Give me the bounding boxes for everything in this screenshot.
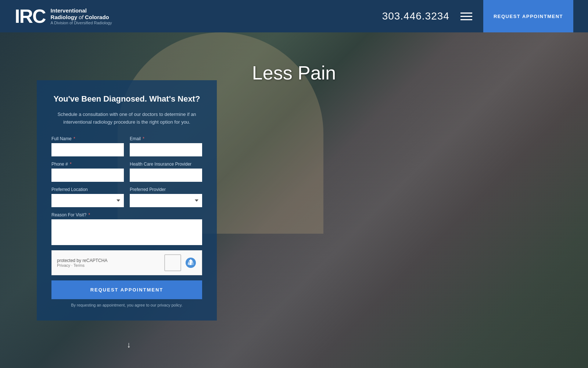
form-subheading: Schedule a consultation with one of our … [51, 111, 202, 126]
form-group-phone: Phone # * [51, 162, 124, 182]
hero-title: Less Pain [252, 62, 336, 84]
header: IRC Interventional Radiology of Colorado… [0, 0, 588, 32]
form-row-phone-insurance: Phone # * Health Care Insurance Provider [51, 162, 202, 182]
provider-select[interactable] [130, 194, 202, 207]
phone-label: Phone # * [51, 162, 124, 167]
reason-label: Reason For Visit? * [51, 212, 202, 217]
reason-textarea[interactable] [51, 219, 202, 245]
recaptcha-logo-icon [185, 257, 197, 269]
logo-text: Interventional Radiology of Colorado A D… [51, 7, 112, 25]
location-select[interactable] [51, 194, 124, 207]
insurance-label: Health Care Insurance Provider [130, 162, 202, 167]
hamburger-icon[interactable] [460, 13, 472, 20]
form-heading: You've Been Diagnosed. What's Next? [51, 93, 202, 105]
logo-company-name: Interventional Radiology of Colorado [51, 7, 112, 21]
form-group-insurance: Health Care Insurance Provider [130, 162, 202, 182]
header-right: 303.446.3234 REQUEST APPOINTMENT [382, 0, 573, 32]
request-appointment-header-button[interactable]: REQUEST APPOINTMENT [483, 0, 573, 32]
location-label: Preferred Location [51, 187, 124, 192]
privacy-notice: By requesting an appointment, you agree … [51, 303, 202, 307]
phone-number[interactable]: 303.446.3234 [382, 10, 449, 22]
full-name-label: Full Name * [51, 136, 124, 141]
recaptcha-area: protected by reCAPTCHA Privacy · Terms [51, 250, 202, 275]
hamburger-line-2 [460, 16, 472, 17]
recaptcha-checkbox[interactable] [164, 254, 181, 271]
form-group-full-name: Full Name * [51, 136, 124, 156]
form-group-provider: Preferred Provider [130, 187, 202, 207]
appointment-form-card: You've Been Diagnosed. What's Next? Sche… [37, 80, 217, 321]
recaptcha-protected-text: protected by reCAPTCHA [57, 258, 107, 263]
form-group-reason: Reason For Visit? * [51, 212, 202, 245]
recaptcha-links[interactable]: Privacy · Terms [57, 263, 107, 268]
email-label: Email * [130, 136, 202, 141]
scroll-down-arrow[interactable]: ↓ [127, 340, 131, 350]
hamburger-line-1 [460, 13, 472, 14]
phone-input[interactable] [51, 169, 124, 182]
email-input[interactable] [130, 143, 202, 156]
form-row-reason: Reason For Visit? * [51, 212, 202, 245]
form-group-email: Email * [130, 136, 202, 156]
full-name-input[interactable] [51, 143, 124, 156]
request-appointment-form-button[interactable]: REQUEST APPOINTMENT [51, 280, 202, 299]
logo-letters: IRC [15, 7, 46, 26]
provider-label: Preferred Provider [130, 187, 202, 192]
logo-area: IRC Interventional Radiology of Colorado… [15, 7, 112, 26]
logo-subtitle: A Division of Diversified Radiology [51, 21, 112, 25]
form-row-name-email: Full Name * Email * [51, 136, 202, 156]
form-row-location-provider: Preferred Location Preferred Provider [51, 187, 202, 207]
recaptcha-text: protected by reCAPTCHA Privacy · Terms [57, 258, 107, 268]
form-group-location: Preferred Location [51, 187, 124, 207]
hero-section: Less Pain You've Been Diagnosed. What's … [0, 32, 588, 368]
insurance-input[interactable] [130, 169, 202, 182]
hamburger-line-3 [460, 19, 472, 20]
